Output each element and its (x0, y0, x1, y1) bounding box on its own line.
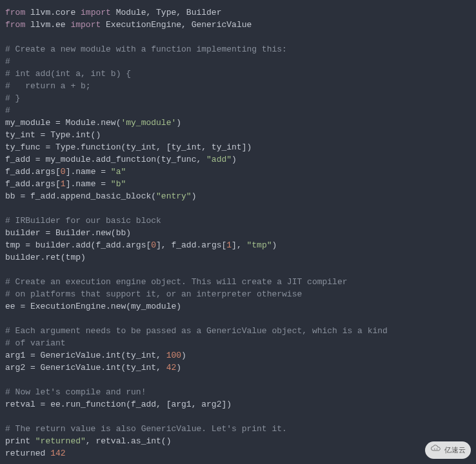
code-token: ) (181, 351, 186, 360)
code-token: arg1 = GenericValue.int(ty_int, (5, 351, 166, 360)
code-token: "a" (111, 167, 126, 177)
code-token: "add" (206, 155, 232, 164)
code-token: 142 (50, 449, 65, 458)
watermark-badge: 亿速云 (425, 441, 471, 459)
code-token: ) (192, 191, 197, 201)
code-token: builder = Builder.new(bb) (5, 228, 131, 238)
code-token: my_module = Module.new( (5, 118, 121, 128)
code-token: # on platforms that support it, or an in… (5, 289, 302, 299)
code-token: ty_int = Type.int() (5, 130, 101, 140)
code-token: "b" (111, 179, 126, 189)
code-token: returned (5, 449, 50, 458)
code-token: ) (272, 240, 277, 250)
code-token: ) (232, 155, 237, 164)
code-token: from (5, 8, 30, 17)
code-token: # (5, 57, 10, 66)
code-token: ee = ExecutionEngine.new(my_module) (5, 302, 181, 311)
code-token: "returned" (35, 436, 86, 446)
code-token: builder.ret(tmp) (5, 253, 86, 262)
code-token: # } (5, 93, 20, 103)
code-token: # The return value is also GenericValue.… (5, 424, 287, 434)
code-token: ) (176, 118, 181, 128)
code-block: from llvm.core import Module, Type, Buil… (0, 0, 476, 464)
code-token: # IRBuilder for our basic block (5, 216, 161, 226)
svg-point-1 (437, 449, 438, 450)
code-token: ].name = (66, 167, 111, 177)
code-token: import (81, 8, 116, 17)
code-token: # Create an execution engine object. Thi… (5, 277, 348, 287)
code-token: 100 (166, 351, 181, 360)
code-token: tmp = builder.add(f_add.args[ (5, 240, 151, 250)
code-token: 1 (61, 179, 66, 189)
svg-point-0 (434, 449, 435, 450)
code-token: bb = f_add.append_basic_block( (5, 191, 156, 201)
code-token: 1 (226, 240, 232, 250)
code-token: ExecutionEngine, GenericValue (106, 20, 252, 30)
code-token: print (5, 436, 35, 446)
code-token: 42 (166, 363, 177, 372)
code-token: ty_func = Type.function(ty_int, [ty_int,… (5, 142, 252, 152)
code-token: Module, Type, Builder (116, 8, 222, 17)
code-token: ], f_add.args[ (156, 240, 226, 250)
code-token: # Now let's compile and run! (5, 387, 146, 397)
code-token: llvm.core (30, 8, 81, 17)
code-token: # Create a new module with a function im… (5, 44, 287, 54)
watermark-text: 亿速云 (444, 444, 466, 456)
code-token: from (5, 20, 30, 30)
code-token: "tmp" (247, 240, 272, 250)
code-token: , retval.as_int() (86, 436, 172, 446)
code-token: 0 (151, 240, 156, 250)
code-token: # Each argument needs to be passed as a … (5, 326, 388, 336)
code-token: "entry" (156, 191, 192, 201)
code-token: # int add(int a, int b) { (5, 69, 131, 79)
code-token: # (5, 106, 10, 115)
code-token: # return a + b; (5, 81, 91, 91)
code-token: ], (232, 240, 246, 250)
code-token: ].name = (66, 179, 111, 189)
code-token: import (70, 20, 106, 30)
code-token: f_add = my_module.add_function(ty_func, (5, 155, 206, 164)
code-token: # of variant (5, 338, 66, 348)
code-token: llvm.ee (30, 20, 70, 30)
code-token: 0 (61, 167, 66, 177)
code-token: arg2 = GenericValue.int(ty_int, (5, 363, 166, 372)
code-token: f_add.args[ (5, 179, 61, 189)
code-token: retval = ee.run_function(f_add, [arg1, a… (5, 400, 232, 409)
code-token: ) (176, 363, 181, 372)
code-token: 'my_module' (121, 118, 176, 128)
code-token: f_add.args[ (5, 167, 61, 177)
cloud-icon (430, 444, 442, 456)
